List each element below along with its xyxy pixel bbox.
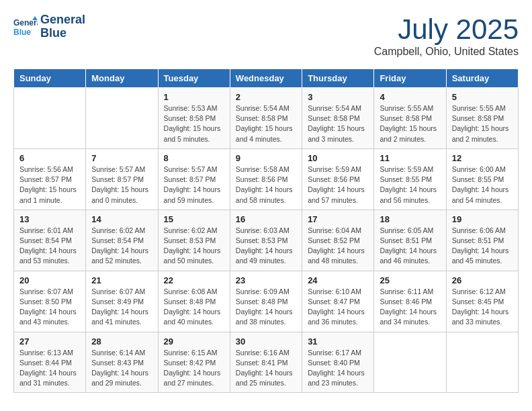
- calendar-cell: [86, 88, 158, 149]
- day-detail: Sunrise: 6:02 AM Sunset: 8:53 PM Dayligh…: [164, 226, 224, 267]
- calendar-cell: 15Sunrise: 6:02 AM Sunset: 8:53 PM Dayli…: [158, 210, 230, 271]
- day-number: 2: [236, 92, 296, 102]
- calendar-cell: 24Sunrise: 6:10 AM Sunset: 8:47 PM Dayli…: [302, 271, 374, 332]
- day-detail: Sunrise: 6:13 AM Sunset: 8:44 PM Dayligh…: [19, 348, 80, 389]
- calendar-cell: 25Sunrise: 6:11 AM Sunset: 8:46 PM Dayli…: [374, 271, 446, 332]
- day-number: 29: [164, 336, 224, 347]
- weekday-header: Friday: [374, 69, 446, 88]
- calendar-cell: 28Sunrise: 6:14 AM Sunset: 8:43 PM Dayli…: [86, 332, 158, 393]
- calendar-cell: [14, 88, 86, 149]
- weekday-header: Sunday: [14, 69, 86, 88]
- day-number: 4: [380, 92, 440, 102]
- day-number: 21: [91, 275, 152, 285]
- day-number: 10: [308, 153, 368, 163]
- day-number: 14: [91, 214, 152, 224]
- calendar-cell: 16Sunrise: 6:03 AM Sunset: 8:53 PM Dayli…: [230, 210, 302, 271]
- day-detail: Sunrise: 6:14 AM Sunset: 8:43 PM Dayligh…: [91, 348, 152, 389]
- day-detail: Sunrise: 5:56 AM Sunset: 8:57 PM Dayligh…: [19, 165, 80, 205]
- day-number: 8: [164, 153, 224, 163]
- day-detail: Sunrise: 6:07 AM Sunset: 8:49 PM Dayligh…: [91, 287, 152, 328]
- day-detail: Sunrise: 6:03 AM Sunset: 8:53 PM Dayligh…: [236, 226, 296, 267]
- page-title: July 2025: [374, 13, 519, 46]
- day-detail: Sunrise: 5:55 AM Sunset: 8:58 PM Dayligh…: [452, 103, 513, 144]
- calendar-week: 13Sunrise: 6:01 AM Sunset: 8:54 PM Dayli…: [14, 210, 519, 271]
- calendar-cell: 6Sunrise: 5:56 AM Sunset: 8:57 PM Daylig…: [14, 148, 86, 210]
- day-detail: Sunrise: 6:12 AM Sunset: 8:45 PM Dayligh…: [452, 287, 513, 328]
- day-detail: Sunrise: 5:59 AM Sunset: 8:55 PM Dayligh…: [380, 165, 440, 205]
- day-number: 22: [164, 275, 224, 285]
- calendar-cell: [374, 332, 446, 393]
- calendar-cell: 8Sunrise: 5:57 AM Sunset: 8:57 PM Daylig…: [158, 148, 230, 210]
- day-number: 17: [308, 214, 368, 224]
- calendar-cell: 20Sunrise: 6:07 AM Sunset: 8:50 PM Dayli…: [14, 271, 86, 332]
- calendar-cell: 21Sunrise: 6:07 AM Sunset: 8:49 PM Dayli…: [86, 271, 158, 332]
- logo-text: General Blue: [40, 13, 85, 40]
- day-detail: Sunrise: 5:58 AM Sunset: 8:56 PM Dayligh…: [236, 165, 296, 205]
- logo-icon: General Blue: [13, 15, 38, 39]
- day-number: 13: [19, 214, 80, 224]
- day-number: 6: [19, 153, 80, 163]
- day-number: 19: [452, 214, 513, 224]
- calendar-cell: 10Sunrise: 5:59 AM Sunset: 8:56 PM Dayli…: [302, 148, 374, 210]
- day-detail: Sunrise: 6:10 AM Sunset: 8:47 PM Dayligh…: [308, 287, 368, 328]
- day-number: 16: [236, 214, 296, 224]
- weekday-header: Tuesday: [158, 69, 230, 88]
- day-number: 27: [19, 336, 80, 347]
- calendar-week: 6Sunrise: 5:56 AM Sunset: 8:57 PM Daylig…: [14, 148, 519, 210]
- day-number: 26: [452, 275, 513, 285]
- day-number: 7: [91, 153, 152, 163]
- day-number: 5: [452, 92, 513, 102]
- calendar-cell: 23Sunrise: 6:09 AM Sunset: 8:48 PM Dayli…: [230, 271, 302, 332]
- day-detail: Sunrise: 6:06 AM Sunset: 8:51 PM Dayligh…: [452, 226, 513, 267]
- calendar-week: 20Sunrise: 6:07 AM Sunset: 8:50 PM Dayli…: [14, 271, 519, 332]
- day-number: 28: [91, 336, 152, 347]
- calendar-cell: 3Sunrise: 5:54 AM Sunset: 8:58 PM Daylig…: [302, 88, 374, 149]
- day-detail: Sunrise: 6:02 AM Sunset: 8:54 PM Dayligh…: [91, 226, 152, 267]
- day-number: 30: [236, 336, 296, 347]
- day-detail: Sunrise: 6:01 AM Sunset: 8:54 PM Dayligh…: [19, 226, 80, 267]
- day-number: 12: [452, 153, 513, 163]
- day-detail: Sunrise: 5:57 AM Sunset: 8:57 PM Dayligh…: [91, 165, 152, 205]
- page-header: General Blue General Blue July 2025 Camp…: [13, 13, 519, 58]
- logo: General Blue General Blue: [13, 13, 85, 40]
- weekday-header: Saturday: [446, 69, 518, 88]
- calendar-cell: 30Sunrise: 6:16 AM Sunset: 8:41 PM Dayli…: [230, 332, 302, 393]
- day-detail: Sunrise: 5:53 AM Sunset: 8:58 PM Dayligh…: [164, 103, 224, 144]
- day-number: 3: [308, 92, 368, 102]
- day-detail: Sunrise: 6:17 AM Sunset: 8:40 PM Dayligh…: [308, 348, 368, 389]
- calendar-cell: 18Sunrise: 6:05 AM Sunset: 8:51 PM Dayli…: [374, 210, 446, 271]
- day-number: 9: [236, 153, 296, 163]
- day-number: 11: [380, 153, 440, 163]
- calendar-cell: 26Sunrise: 6:12 AM Sunset: 8:45 PM Dayli…: [446, 271, 518, 332]
- weekday-header: Thursday: [302, 69, 374, 88]
- calendar-table: SundayMondayTuesdayWednesdayThursdayFrid…: [13, 68, 519, 393]
- day-number: 23: [236, 275, 296, 285]
- calendar-cell: 7Sunrise: 5:57 AM Sunset: 8:57 PM Daylig…: [86, 148, 158, 210]
- calendar-cell: 11Sunrise: 5:59 AM Sunset: 8:55 PM Dayli…: [374, 148, 446, 210]
- weekday-header: Wednesday: [230, 69, 302, 88]
- calendar-cell: 29Sunrise: 6:15 AM Sunset: 8:42 PM Dayli…: [158, 332, 230, 393]
- calendar-cell: 31Sunrise: 6:17 AM Sunset: 8:40 PM Dayli…: [302, 332, 374, 393]
- day-number: 31: [308, 336, 368, 347]
- day-detail: Sunrise: 6:16 AM Sunset: 8:41 PM Dayligh…: [236, 348, 296, 389]
- day-number: 24: [308, 275, 368, 285]
- calendar-cell: 13Sunrise: 6:01 AM Sunset: 8:54 PM Dayli…: [14, 210, 86, 271]
- day-detail: Sunrise: 5:59 AM Sunset: 8:56 PM Dayligh…: [308, 165, 368, 205]
- day-detail: Sunrise: 6:11 AM Sunset: 8:46 PM Dayligh…: [380, 287, 440, 328]
- calendar-cell: 9Sunrise: 5:58 AM Sunset: 8:56 PM Daylig…: [230, 148, 302, 210]
- calendar-header: SundayMondayTuesdayWednesdayThursdayFrid…: [14, 69, 519, 88]
- day-detail: Sunrise: 5:54 AM Sunset: 8:58 PM Dayligh…: [308, 103, 368, 144]
- calendar-cell: 22Sunrise: 6:08 AM Sunset: 8:48 PM Dayli…: [158, 271, 230, 332]
- day-number: 25: [380, 275, 440, 285]
- calendar-cell: 27Sunrise: 6:13 AM Sunset: 8:44 PM Dayli…: [14, 332, 86, 393]
- day-detail: Sunrise: 5:54 AM Sunset: 8:58 PM Dayligh…: [236, 103, 296, 144]
- calendar-week: 27Sunrise: 6:13 AM Sunset: 8:44 PM Dayli…: [14, 332, 519, 393]
- day-detail: Sunrise: 6:15 AM Sunset: 8:42 PM Dayligh…: [164, 348, 224, 389]
- svg-text:Blue: Blue: [13, 28, 31, 37]
- calendar-cell: 5Sunrise: 5:55 AM Sunset: 8:58 PM Daylig…: [446, 88, 518, 149]
- day-detail: Sunrise: 6:00 AM Sunset: 8:55 PM Dayligh…: [452, 165, 513, 205]
- calendar-cell: 1Sunrise: 5:53 AM Sunset: 8:58 PM Daylig…: [158, 88, 230, 149]
- day-detail: Sunrise: 6:04 AM Sunset: 8:52 PM Dayligh…: [308, 226, 368, 267]
- day-detail: Sunrise: 5:57 AM Sunset: 8:57 PM Dayligh…: [164, 165, 224, 205]
- calendar-cell: 4Sunrise: 5:55 AM Sunset: 8:58 PM Daylig…: [374, 88, 446, 149]
